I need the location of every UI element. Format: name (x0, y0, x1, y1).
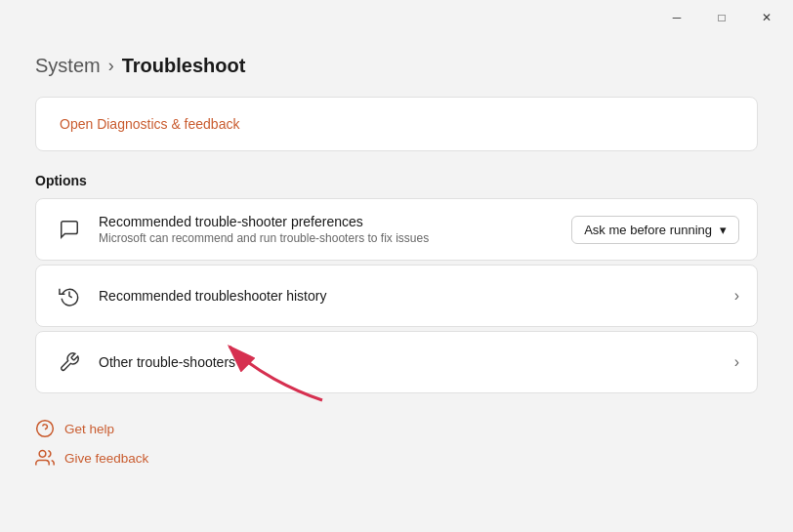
chevron-down-icon: ▾ (720, 223, 727, 237)
help-circle-icon (35, 419, 55, 438)
chevron-right-icon: › (734, 287, 739, 305)
svg-point-0 (37, 421, 54, 437)
maximize-button[interactable]: □ (699, 0, 744, 35)
options-list: Recommended trouble-shooter preferences … (35, 198, 758, 393)
history-icon (54, 280, 85, 311)
main-content: System › Troubleshoot Open Diagnostics &… (0, 35, 793, 487)
breadcrumb-separator: › (108, 56, 114, 76)
option-text-other: Other trouble-shooters (99, 354, 734, 370)
option-title-history: Recommended troubleshooter history (99, 288, 734, 304)
preferences-dropdown[interactable]: Ask me before running ▾ (571, 216, 739, 244)
option-text-history: Recommended troubleshooter history (99, 288, 734, 304)
breadcrumb-parent[interactable]: System (35, 55, 101, 77)
close-button[interactable]: ✕ (744, 0, 789, 35)
option-text-preferences: Recommended trouble-shooter preferences … (99, 214, 571, 245)
option-item-preferences[interactable]: Recommended trouble-shooter preferences … (35, 198, 758, 261)
chevron-right-icon-other: › (734, 353, 739, 371)
minimize-button[interactable]: ─ (654, 0, 699, 35)
breadcrumb: System › Troubleshoot (35, 55, 758, 77)
option-title-preferences: Recommended trouble-shooter preferences (99, 214, 571, 229)
option-item-other[interactable]: Other trouble-shooters › (35, 331, 758, 393)
wrench-icon (54, 347, 85, 378)
page-title: Troubleshoot (122, 55, 246, 77)
option-item-history[interactable]: Recommended troubleshooter history › (35, 265, 758, 327)
option-title-other: Other trouble-shooters (99, 354, 734, 370)
svg-point-2 (39, 451, 46, 458)
open-diagnostics-link[interactable]: Open Diagnostics & feedback (60, 116, 239, 132)
option-subtitle-preferences: Microsoft can recommend and run trouble-… (99, 231, 571, 245)
dropdown-value: Ask me before running (584, 223, 712, 237)
feedback-icon (35, 448, 55, 468)
titlebar: ─ □ ✕ (0, 0, 793, 35)
bottom-links: Get help Give feedback (35, 419, 758, 468)
chat-icon (54, 214, 85, 245)
options-section-label: Options (35, 173, 758, 188)
give-feedback-link[interactable]: Give feedback (35, 448, 758, 468)
diagnostics-card: Open Diagnostics & feedback (35, 97, 758, 151)
get-help-link[interactable]: Get help (35, 419, 758, 438)
